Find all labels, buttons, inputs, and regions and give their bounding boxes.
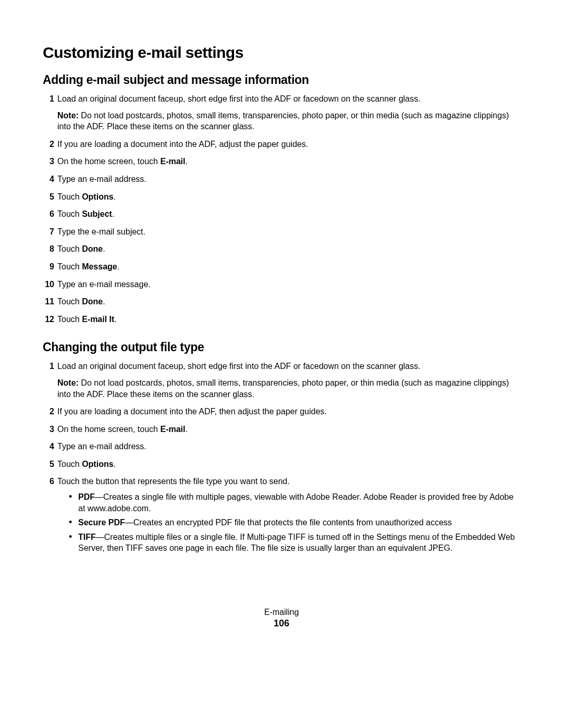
step-text: Touch E-mail It. <box>57 315 117 324</box>
step-text: Touch Options. <box>57 192 116 201</box>
step-item: On the home screen, touch E-mail. <box>43 424 520 435</box>
section-heading-1: Adding e-mail subject and message inform… <box>43 73 520 87</box>
step-text: Type an e-mail message. <box>57 280 151 289</box>
emphasis: PDF <box>78 492 95 501</box>
bullet-item: Secure PDF—Creates an encrypted PDF file… <box>69 517 520 528</box>
emphasis: Done <box>82 297 103 306</box>
step-item: Touch the button that represents the fil… <box>43 476 520 554</box>
step-text: Touch Message. <box>57 262 119 271</box>
page-title: Customizing e-mail settings <box>43 44 520 61</box>
step-item: Touch Message. <box>43 261 520 273</box>
step-item: Touch Options. <box>43 459 520 470</box>
step-item: Touch Done. <box>43 296 520 307</box>
step-text: Type the e-mail subject. <box>57 227 145 236</box>
note: Note: Do not load postcards, photos, sma… <box>57 377 520 400</box>
emphasis: E-mail It <box>82 315 114 324</box>
footer-chapter: E-mailing <box>0 608 563 617</box>
step-item: On the home screen, touch E-mail. <box>43 156 520 167</box>
step-text: On the home screen, touch E-mail. <box>57 157 188 166</box>
emphasis: Options <box>82 460 113 468</box>
emphasis: TIFF <box>78 533 96 541</box>
section-heading-2: Changing the output file type <box>43 340 520 354</box>
step-item: Touch Options. <box>43 191 520 203</box>
emphasis: Options <box>82 192 113 201</box>
step-text: Load an original document faceup, short … <box>57 94 420 103</box>
steps-list-1: Load an original document faceup, short … <box>43 93 520 325</box>
step-text: On the home screen, touch E-mail. <box>57 425 188 434</box>
step-item: Touch Subject. <box>43 208 520 220</box>
note-label: Note: <box>57 111 81 120</box>
step-text: Load an original document faceup, short … <box>57 362 420 371</box>
emphasis: E-mail <box>160 157 185 166</box>
step-text: Touch Options. <box>57 460 116 468</box>
note: Note: Do not load postcards, photos, sma… <box>57 110 520 132</box>
emphasis: Done <box>82 244 103 253</box>
step-text: Touch Subject. <box>57 209 114 218</box>
step-item: Load an original document faceup, short … <box>43 93 520 132</box>
emphasis: E-mail <box>160 425 185 434</box>
page-footer: E-mailing 106 <box>0 608 563 629</box>
step-text: Touch the button that represents the fil… <box>57 477 290 486</box>
emphasis: Message <box>82 262 117 271</box>
step-text: Type an e-mail address. <box>57 175 146 183</box>
bullet-item: TIFF—Creates multiple files or a single … <box>69 532 520 554</box>
step-text: If you are loading a document into the A… <box>57 407 327 416</box>
step-item: If you are loading a document into the A… <box>43 406 520 417</box>
step-item: Load an original document faceup, short … <box>43 361 520 400</box>
step-text: Type an e-mail address. <box>57 442 146 451</box>
step-text: If you are loading a document into the A… <box>57 140 308 149</box>
bullet-list: PDF—Creates a single file with multiple … <box>57 491 520 554</box>
step-item: Type an e-mail address. <box>43 441 520 452</box>
step-item: Type an e-mail address. <box>43 174 520 185</box>
step-item: Type an e-mail message. <box>43 279 520 290</box>
bullet-item: PDF—Creates a single file with multiple … <box>69 491 520 514</box>
step-item: If you are loading a document into the A… <box>43 139 520 150</box>
note-label: Note: <box>57 378 81 387</box>
step-item: Type the e-mail subject. <box>43 226 520 238</box>
step-item: Touch E-mail It. <box>43 314 520 325</box>
step-text: Touch Done. <box>57 244 105 253</box>
emphasis: Secure PDF <box>78 518 125 527</box>
steps-list-2: Load an original document faceup, short … <box>43 361 520 554</box>
emphasis: Subject <box>82 209 112 218</box>
document-page: Customizing e-mail settings Adding e-mai… <box>0 0 563 554</box>
step-text: Touch Done. <box>57 297 105 306</box>
footer-page-number: 106 <box>0 618 563 629</box>
step-item: Touch Done. <box>43 243 520 255</box>
